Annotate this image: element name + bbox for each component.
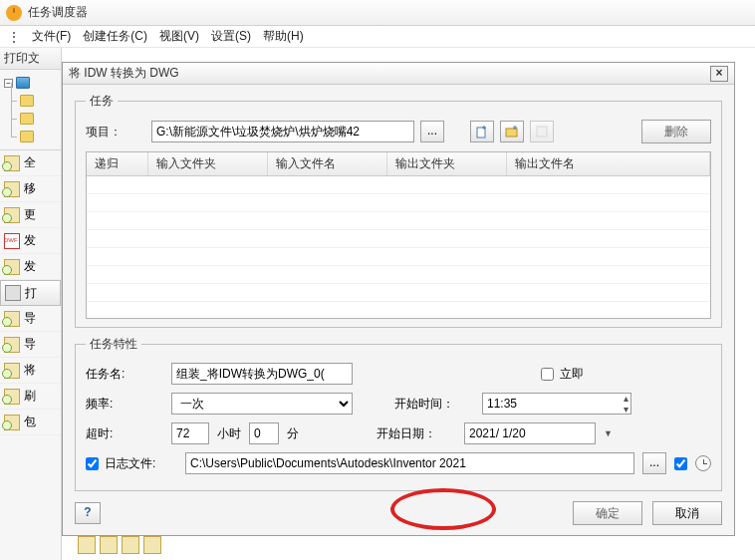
delete-button[interactable]: 删除: [641, 120, 711, 143]
file-grid[interactable]: 递归 输入文件夹 输入文件名 输出文件夹 输出文件名: [86, 151, 711, 319]
taskname-field[interactable]: 组装_将IDW转换为DWG_0(: [171, 363, 353, 385]
close-icon[interactable]: ×: [710, 66, 728, 82]
log-browse-button[interactable]: ...: [642, 452, 666, 474]
log-check-input[interactable]: [86, 457, 99, 470]
footer-icon[interactable]: [122, 536, 139, 554]
tree-folder-icon[interactable]: [20, 131, 34, 142]
tree-folder-icon[interactable]: [20, 113, 34, 125]
menu-bar: ⋮ 文件(F) 创建任务(C) 视图(V) 设置(S) 帮助(H): [0, 26, 755, 48]
menu-settings[interactable]: 设置(S): [211, 28, 251, 45]
ok-button[interactable]: 确定: [573, 501, 642, 525]
menu-help[interactable]: 帮助(H): [263, 28, 304, 45]
grid-header-inname[interactable]: 输入文件名: [268, 152, 387, 175]
timeout-label: 超时:: [86, 425, 163, 442]
tree-folder-icon[interactable]: [20, 95, 34, 107]
immediate-check-input[interactable]: [541, 368, 554, 381]
sidebar-item[interactable]: 包: [0, 410, 61, 435]
freq-combo[interactable]: 一次: [171, 393, 353, 415]
starttime-label: 开始时间：: [394, 396, 474, 413]
timeout-hours-field[interactable]: 72: [171, 422, 209, 444]
tree-view: −: [0, 70, 61, 149]
timeout-mins-field[interactable]: 0: [249, 422, 279, 444]
task-props-group: 任务特性 任务名: 组装_将IDW转换为DWG_0( 立即 频率: 一次 开始时…: [75, 336, 722, 491]
log-label: 日志文件:: [105, 455, 155, 472]
help-button[interactable]: ?: [75, 502, 101, 524]
log-checkbox[interactable]: 日志文件:: [86, 455, 177, 472]
left-panel: 打印文 − 全 移 更 发 发 打 导 导 将 刷 包: [0, 48, 62, 560]
dialog-title: 将 IDW 转换为 DWG: [69, 65, 179, 82]
taskname-label: 任务名:: [86, 366, 163, 383]
footer-icons: [78, 536, 161, 554]
svg-rect-1: [506, 129, 517, 137]
sidebar-list: 全 移 更 发 发 打 导 导 将 刷 包: [0, 149, 61, 435]
project-label: 项目：: [86, 124, 145, 140]
startdate-label: 开始日期：: [377, 425, 456, 442]
svg-rect-2: [537, 127, 547, 137]
sidebar-item[interactable]: 更: [0, 202, 61, 228]
clock-icon: [695, 455, 711, 471]
menu-file[interactable]: 文件(F): [32, 28, 71, 45]
hours-unit: 小时: [217, 425, 241, 442]
sidebar-item[interactable]: 刷: [0, 384, 61, 410]
project-path-field[interactable]: G:\新能源文件\垃圾焚烧炉\烘炉烧嘴42: [151, 121, 414, 142]
app-clock-icon: [6, 5, 22, 21]
window-title: 任务调度器: [28, 4, 88, 21]
sidebar-item[interactable]: 发: [0, 254, 61, 280]
task-legend: 任务: [86, 93, 118, 110]
cancel-button[interactable]: 取消: [652, 501, 722, 525]
grid-header: 递归 输入文件夹 输入文件名 输出文件夹 输出文件名: [87, 152, 710, 176]
log-time-checkbox[interactable]: [674, 457, 687, 470]
props-legend: 任务特性: [86, 336, 141, 353]
grid-header-recurse[interactable]: 递归: [87, 152, 148, 175]
log-path-field[interactable]: C:\Users\Public\Documents\Autodesk\Inven…: [185, 452, 634, 474]
idw-to-dwg-dialog: 将 IDW 转换为 DWG × 任务 项目： G:\新能源文件\垃圾焚烧炉\烘炉…: [62, 62, 735, 536]
main-title-bar: 任务调度器: [0, 0, 755, 26]
sidebar-item[interactable]: 将: [0, 358, 61, 384]
grid-body: [87, 176, 710, 320]
project-browse-button[interactable]: ...: [420, 121, 444, 142]
dialog-title-bar: 将 IDW 转换为 DWG ×: [63, 63, 734, 85]
immediate-label: 立即: [560, 366, 584, 383]
log-time-check-input[interactable]: [674, 457, 687, 470]
menu-create[interactable]: 创建任务(C): [83, 28, 147, 45]
grid-header-outname[interactable]: 输出文件名: [507, 152, 710, 175]
footer-icon[interactable]: [143, 536, 161, 554]
add-folder-icon[interactable]: [500, 121, 524, 142]
sidebar-item[interactable]: 导: [0, 332, 61, 358]
sidebar-item[interactable]: 全: [0, 150, 61, 176]
grid-header-infolder[interactable]: 输入文件夹: [148, 152, 268, 175]
sidebar-item[interactable]: 导: [0, 306, 61, 332]
footer-icon[interactable]: [78, 536, 96, 554]
left-tab[interactable]: 打印文: [0, 48, 61, 70]
sidebar-item[interactable]: 发: [0, 228, 61, 254]
grid-header-outfolder[interactable]: 输出文件夹: [387, 152, 507, 175]
tree-root-icon[interactable]: [16, 77, 30, 89]
dialog-footer: ? 确定 取消: [63, 495, 734, 535]
starttime-field[interactable]: 11:35: [482, 393, 631, 415]
menu-view[interactable]: 视图(V): [159, 28, 199, 45]
footer-icon[interactable]: [100, 536, 118, 554]
immediate-checkbox[interactable]: 立即: [541, 366, 584, 383]
task-group: 任务 项目： G:\新能源文件\垃圾焚烧炉\烘炉烧嘴42 ... 删除 递归 输…: [75, 93, 722, 328]
freq-label: 频率:: [86, 396, 163, 413]
add-file-icon[interactable]: [470, 121, 494, 142]
tool-disabled-icon: [530, 121, 554, 142]
sidebar-item[interactable]: 移: [0, 176, 61, 202]
startdate-field[interactable]: 2021/ 1/20: [464, 422, 596, 444]
mins-unit: 分: [287, 425, 299, 442]
sidebar-item-selected[interactable]: 打: [0, 280, 61, 306]
